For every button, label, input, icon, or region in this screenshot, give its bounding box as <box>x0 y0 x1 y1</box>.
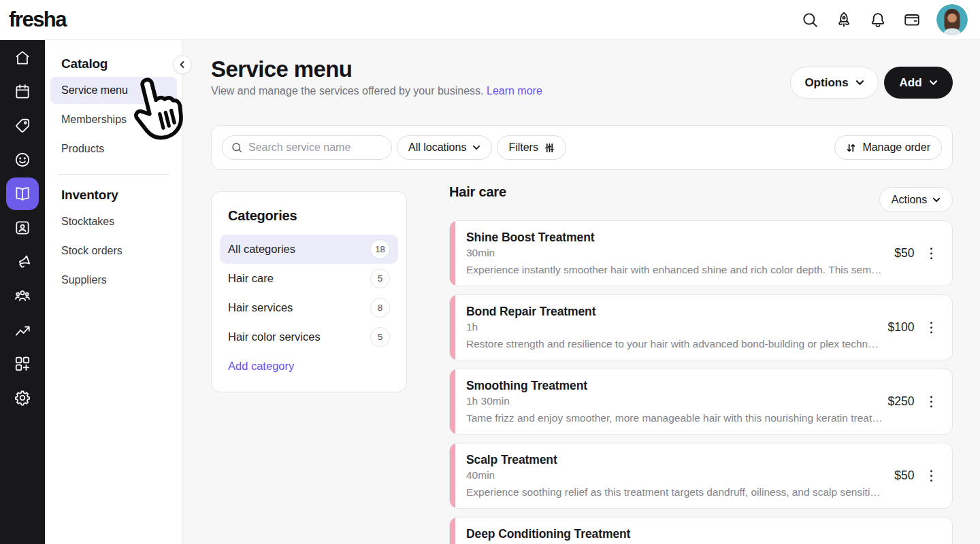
service-card-right: $100 <box>888 319 934 337</box>
search-icon <box>231 141 243 154</box>
categories-heading: Categories <box>228 208 398 224</box>
category-label: Hair services <box>228 301 293 314</box>
chevron-down-icon <box>932 196 941 204</box>
community-icon[interactable] <box>0 279 45 313</box>
service-name: Shine Boost Treatment <box>466 231 952 245</box>
service-card-body: Deep Conditioning Treatment <box>450 517 952 541</box>
home-icon[interactable] <box>0 41 45 75</box>
category-color-strip <box>450 369 455 434</box>
chevron-down-icon <box>855 78 864 87</box>
service-duration: 1h 30min <box>466 395 952 407</box>
kebab-menu-icon[interactable] <box>929 245 934 262</box>
service-card-right: $250 <box>888 393 934 411</box>
filter-bar: All locations Filters Manage order <box>211 125 953 170</box>
add-ons-icon[interactable] <box>0 347 45 381</box>
fresha-logo: fresha <box>9 7 66 32</box>
sales-tag-icon[interactable] <box>0 109 45 143</box>
catalog-icon-active[interactable] <box>0 177 45 211</box>
category-all-categories[interactable]: All categories 18 <box>220 235 398 264</box>
manage-order-button[interactable]: Manage order <box>834 135 942 160</box>
service-duration: 1h <box>466 321 952 333</box>
kebab-menu-icon[interactable] <box>929 319 934 337</box>
service-card-body: Smoothing Treatment 1h 30min Tame frizz … <box>450 369 952 424</box>
service-description: Experience soothing relief as this treat… <box>466 486 883 498</box>
service-card-bond-repair[interactable]: Bond Repair Treatment 1h Restore strengt… <box>449 294 953 360</box>
bell-icon[interactable] <box>868 10 887 29</box>
add-button[interactable]: Add <box>884 67 953 99</box>
service-card-body: Scalp Treatment 40min Experience soothin… <box>450 443 952 498</box>
service-card-scalp[interactable]: Scalp Treatment 40min Experience soothin… <box>449 443 953 509</box>
add-button-label: Add <box>899 76 921 90</box>
actions-button-label: Actions <box>892 194 927 206</box>
service-card-deep-conditioning[interactable]: Deep Conditioning Treatment <box>449 517 953 544</box>
service-name: Bond Repair Treatment <box>466 305 952 319</box>
sidebar-inventory-heading: Inventory <box>61 188 182 203</box>
category-count-badge: 8 <box>370 298 390 318</box>
search-icon[interactable] <box>800 10 819 29</box>
filters-button-label: Filters <box>508 141 538 154</box>
service-card-shine-boost[interactable]: Shine Boost Treatment 30min Experience i… <box>449 220 953 286</box>
category-count-badge: 5 <box>370 327 390 347</box>
sidebar-collapse-button[interactable] <box>173 55 192 74</box>
category-hair-services[interactable]: Hair services 8 <box>220 293 398 322</box>
sliders-icon <box>544 143 555 153</box>
calendar-icon[interactable] <box>0 75 45 109</box>
nav-rail <box>0 40 45 544</box>
category-color-strip <box>450 221 455 286</box>
kebab-menu-icon[interactable] <box>929 467 934 485</box>
category-color-strip <box>450 517 455 544</box>
wallet-icon[interactable] <box>902 10 921 29</box>
service-duration: 40min <box>466 469 952 481</box>
sidebar-catalog-heading: Catalog <box>61 56 182 71</box>
category-color-strip <box>450 295 455 360</box>
category-label: All categories <box>228 243 295 256</box>
section-title-hair-care: Hair care <box>449 184 506 200</box>
locations-dropdown-label: All locations <box>408 141 466 154</box>
sidebar-item-service-menu[interactable]: Service menu <box>50 77 177 104</box>
options-button[interactable]: Options <box>790 67 879 99</box>
learn-more-link[interactable]: Learn more <box>487 85 542 97</box>
sort-arrows-icon <box>846 143 856 153</box>
category-label: Hair color services <box>228 330 321 343</box>
service-price: $50 <box>894 246 914 260</box>
sidebar-item-stocktakes[interactable]: Stocktakes <box>50 208 177 235</box>
service-name: Scalp Treatment <box>466 453 952 467</box>
kebab-menu-icon[interactable] <box>929 393 934 411</box>
options-button-label: Options <box>804 76 848 90</box>
service-search-input[interactable] <box>248 141 383 154</box>
chevron-down-icon <box>472 143 480 152</box>
catalog-active-highlight <box>6 177 39 210</box>
service-description: Tame frizz and enjoy smoother, more mana… <box>466 412 883 424</box>
catalog-sidebar: Catalog Service menu Memberships Product… <box>45 40 183 544</box>
settings-gear-icon[interactable] <box>0 381 45 415</box>
service-card-smoothing[interactable]: Smoothing Treatment 1h 30min Tame frizz … <box>449 369 953 435</box>
categories-panel: Categories All categories 18 Hair care 5… <box>211 191 407 392</box>
service-card-body: Bond Repair Treatment 1h Restore strengt… <box>450 295 952 350</box>
service-search-field[interactable] <box>222 135 392 160</box>
sidebar-item-suppliers[interactable]: Suppliers <box>50 267 177 294</box>
page-subtitle-text: View and manage the services offered by … <box>211 85 484 97</box>
clients-icon[interactable] <box>0 143 45 177</box>
category-label: Hair care <box>228 272 274 285</box>
category-count-badge: 5 <box>370 269 390 288</box>
team-icon[interactable] <box>0 211 45 245</box>
sidebar-item-products[interactable]: Products <box>50 135 177 163</box>
category-hair-color-services[interactable]: Hair color services 5 <box>220 322 398 352</box>
chevron-down-icon <box>929 78 938 87</box>
filters-button[interactable]: Filters <box>497 135 566 160</box>
page-title: Service menu <box>211 56 352 82</box>
rocket-icon[interactable] <box>834 10 853 29</box>
sidebar-item-memberships[interactable]: Memberships <box>50 106 177 133</box>
service-card-right: $50 <box>894 467 934 485</box>
avatar[interactable] <box>936 4 968 35</box>
sidebar-item-stock-orders[interactable]: Stock orders <box>50 237 177 265</box>
marketing-icon[interactable] <box>0 245 45 279</box>
category-hair-care[interactable]: Hair care 5 <box>220 264 398 293</box>
reports-icon[interactable] <box>0 313 45 347</box>
service-description: Restore strength and resilience to your … <box>466 338 883 350</box>
locations-dropdown[interactable]: All locations <box>397 135 492 160</box>
manage-order-label: Manage order <box>862 141 930 154</box>
category-count-badge: 18 <box>370 239 390 259</box>
add-category-link[interactable]: Add category <box>228 360 294 373</box>
actions-button[interactable]: Actions <box>879 187 953 212</box>
